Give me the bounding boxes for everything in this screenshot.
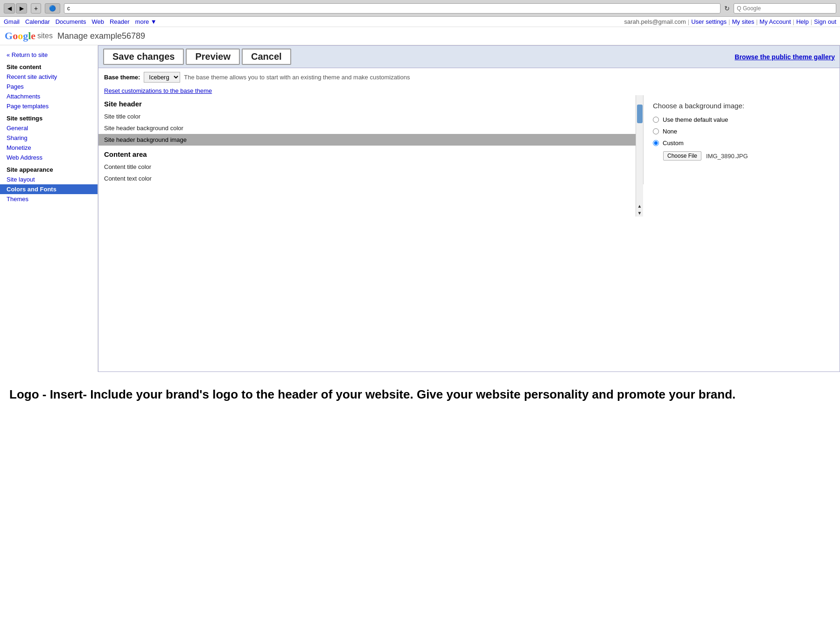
radio-custom: Custom bbox=[653, 140, 830, 147]
save-changes-button[interactable]: Save changes bbox=[103, 49, 184, 65]
choose-file-row: Choose File IMG_3890.JPG bbox=[663, 151, 830, 161]
sidebar-item-general[interactable]: General bbox=[0, 123, 98, 133]
base-theme-label: Base theme: bbox=[104, 74, 140, 81]
browser-nav-buttons: ◀ ▶ bbox=[4, 3, 27, 14]
nav-reader[interactable]: Reader bbox=[110, 18, 130, 25]
options-list: Site header Site title color Site header… bbox=[98, 95, 643, 184]
sidebar-item-themes[interactable]: Themes bbox=[0, 194, 98, 204]
radio-use-theme-default: Use theme default value bbox=[653, 116, 830, 123]
choose-file-button[interactable]: Choose File bbox=[663, 151, 701, 161]
radio-theme-default-label: Use theme default value bbox=[663, 116, 728, 123]
browser-tab[interactable]: 🔵 bbox=[45, 3, 60, 14]
nav-more[interactable]: more ▼ bbox=[135, 18, 157, 25]
bg-panel-title: Choose a background image: bbox=[653, 102, 830, 110]
nav-sign-out[interactable]: Sign out bbox=[814, 18, 836, 25]
scrollbar[interactable]: ▲ ▼ bbox=[636, 95, 643, 217]
sidebar: « Return to site Site content Recent sit… bbox=[0, 45, 98, 372]
scroll-thumb[interactable] bbox=[637, 105, 643, 123]
bottom-text-bold: Logo - Insert bbox=[9, 387, 83, 401]
back-button[interactable]: ◀ bbox=[4, 3, 15, 14]
theme-select[interactable]: Iceberg Classic Simple bbox=[144, 72, 180, 83]
bg-image-panel: Choose a background image: Use theme def… bbox=[644, 95, 840, 184]
nav-my-sites[interactable]: My sites bbox=[732, 18, 755, 25]
user-email: sarah.pels@gmail.com bbox=[624, 18, 686, 25]
site-header-section-heading: Site header bbox=[98, 95, 643, 111]
refresh-button[interactable]: ↻ bbox=[724, 5, 730, 12]
content-two-col: Site header Site title color Site header… bbox=[98, 95, 840, 184]
browse-theme-gallery-link[interactable]: Browse the public theme gallery bbox=[735, 53, 835, 61]
browser-chrome: ◀ ▶ + 🔵 ↻ bbox=[0, 0, 840, 17]
option-site-title-color[interactable]: Site title color bbox=[98, 111, 643, 122]
nav-gmail[interactable]: Gmail bbox=[4, 18, 20, 25]
sidebar-item-pages[interactable]: Pages bbox=[0, 82, 98, 91]
sidebar-item-attachments[interactable]: Attachments bbox=[0, 91, 98, 101]
manage-title: Manage example56789 bbox=[57, 31, 145, 41]
base-theme-row: Base theme: Iceberg Classic Simple The b… bbox=[98, 68, 840, 86]
nav-my-account[interactable]: My Account bbox=[760, 18, 791, 25]
option-site-header-background-color[interactable]: Site header background color bbox=[98, 122, 643, 134]
nav-calendar[interactable]: Calendar bbox=[25, 18, 50, 25]
google-logo: Google bbox=[5, 30, 35, 42]
bottom-text-content: - Include your brand's logo to the heade… bbox=[83, 387, 735, 401]
main-layout: « Return to site Site content Recent sit… bbox=[0, 45, 840, 372]
forward-button[interactable]: ▶ bbox=[16, 3, 27, 14]
sites-word: sites bbox=[37, 32, 53, 40]
nav-help[interactable]: Help bbox=[796, 18, 809, 25]
radio-none-input[interactable] bbox=[653, 128, 659, 134]
bottom-text: Logo - Insert- Include your brand's logo… bbox=[0, 372, 840, 417]
toolbar-nav: Gmail Calendar Documents Web Reader more… bbox=[0, 17, 840, 27]
content-toolbar: Save changes Preview Cancel Browse the p… bbox=[98, 46, 840, 68]
radio-none-label: None bbox=[663, 128, 677, 135]
options-panel: Site header Site title color Site header… bbox=[98, 95, 644, 184]
sites-header: Google sites Manage example56789 bbox=[0, 27, 840, 45]
radio-none: None bbox=[653, 128, 830, 135]
scroll-arrow-up[interactable]: ▼ bbox=[637, 210, 643, 217]
content-area-section-heading: Content area bbox=[98, 146, 643, 161]
preview-button[interactable]: Preview bbox=[186, 49, 240, 65]
sidebar-item-colors-and-fonts[interactable]: Colors and Fonts bbox=[0, 184, 98, 194]
option-site-header-background-image[interactable]: Site header background image bbox=[98, 134, 643, 146]
sidebar-section-site-content: Site content bbox=[0, 60, 98, 72]
radio-theme-default-input[interactable] bbox=[653, 117, 659, 123]
sidebar-item-monetize[interactable]: Monetize bbox=[0, 143, 98, 153]
address-bar[interactable] bbox=[64, 3, 721, 14]
nav-documents[interactable]: Documents bbox=[56, 18, 86, 25]
nav-user-settings[interactable]: User settings bbox=[691, 18, 727, 25]
tab-icon: 🔵 bbox=[49, 5, 56, 12]
toolbar-right: sarah.pels@gmail.com | User settings | M… bbox=[624, 18, 836, 25]
file-name-display: IMG_3890.JPG bbox=[706, 153, 748, 160]
sidebar-section-site-settings: Site settings bbox=[0, 111, 98, 123]
sidebar-item-sharing[interactable]: Sharing bbox=[0, 133, 98, 143]
sidebar-section-site-appearance: Site appearance bbox=[0, 162, 98, 175]
sidebar-item-web-address[interactable]: Web Address bbox=[0, 153, 98, 162]
sidebar-item-recent-site-activity[interactable]: Recent site activity bbox=[0, 72, 98, 82]
reset-customizations-link[interactable]: Reset customizations to the base theme bbox=[98, 86, 840, 95]
scroll-arrow-down[interactable]: ▲ bbox=[637, 203, 643, 210]
cancel-button[interactable]: Cancel bbox=[242, 49, 291, 65]
option-content-title-color[interactable]: Content title color bbox=[98, 161, 643, 173]
base-theme-description: The base theme allows you to start with … bbox=[184, 74, 410, 81]
sidebar-return-link[interactable]: « Return to site bbox=[0, 50, 98, 60]
radio-custom-input[interactable] bbox=[653, 140, 659, 146]
radio-custom-label: Custom bbox=[663, 140, 684, 147]
nav-web[interactable]: Web bbox=[91, 18, 104, 25]
sidebar-item-site-layout[interactable]: Site layout bbox=[0, 175, 98, 184]
search-bar[interactable] bbox=[734, 3, 836, 14]
sidebar-item-page-templates[interactable]: Page templates bbox=[0, 101, 98, 111]
new-tab-button[interactable]: + bbox=[31, 3, 41, 14]
content-panel: Save changes Preview Cancel Browse the p… bbox=[98, 45, 840, 372]
option-content-text-color[interactable]: Content text color bbox=[98, 173, 643, 184]
